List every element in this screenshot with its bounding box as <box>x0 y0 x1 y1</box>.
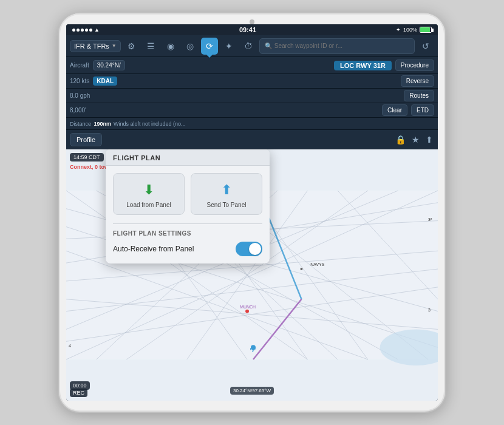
auto-receive-label: Auto-Receive from Panel <box>113 245 194 253</box>
clear-btn[interactable]: Clear <box>382 104 407 116</box>
distance-value: 190nm <box>94 121 111 127</box>
airport-code: KDAL <box>93 76 117 86</box>
toolbar: IFR & TFRs ▼ ⚙ ☰ ◉ ◎ ⟳ ✦ ⏱ <box>66 35 438 57</box>
gear-icon: ⚙ <box>128 41 135 51</box>
distance-note: Winds aloft not included (no... <box>114 121 186 127</box>
aircraft-label: Aircraft <box>70 62 89 69</box>
popup-divider <box>113 223 262 224</box>
load-icon: ⬇ <box>143 182 154 198</box>
info-row-2: 120 kts KDAL Reverse <box>66 74 438 89</box>
altitude-label: 8,000' <box>70 107 86 114</box>
refresh-icon: ↺ <box>422 41 429 51</box>
search-box[interactable]: 🔍 <box>259 38 415 54</box>
time-badge: 14:59 CDT <box>70 153 104 162</box>
coord-badge: 30.24°N/97.63°W <box>230 387 274 395</box>
flight-plan-popup: FLIGHT PLAN ⬇ Load from Panel ⬆ Send To … <box>106 149 270 264</box>
status-left: ▲ <box>72 27 100 33</box>
rotate-btn[interactable]: ◉ <box>162 38 179 55</box>
list-icon: ☰ <box>147 41 155 51</box>
info-row-4: 8,000' Clear ETD <box>66 103 438 118</box>
speed-label: 120 kts <box>70 78 89 84</box>
bluetooth-icon: ✦ <box>396 27 401 33</box>
status-right: ✦ 100% <box>396 27 432 33</box>
etd-btn[interactable]: ETD <box>411 104 434 116</box>
info-row-1: Aircraft 30.24°N/ LOC RWY 31R Procedure <box>66 57 438 74</box>
popup-buttons: ⬇ Load from Panel ⬆ Send To Panel <box>113 173 262 215</box>
popup-title: FLIGHT PLAN <box>113 154 262 162</box>
battery-fill <box>420 27 430 32</box>
layer-dropdown-label: IFR & TFRs <box>74 42 109 50</box>
action-bar: Profile 🔒 ★ ⬆ <box>66 130 438 149</box>
svg-text:MUNCH: MUNCH <box>240 305 256 309</box>
fuel-label: 8.0 gph <box>70 92 90 99</box>
popup-body: ⬇ Load from Panel ⬆ Send To Panel FLIGHT… <box>106 166 270 264</box>
send-to-panel-btn[interactable]: ⬆ Send To Panel <box>191 173 262 215</box>
ipad-frame: ▲ 09:41 ✦ 100% IFR & TFRs ▼ ⚙ ☰ <box>58 12 446 413</box>
aircraft-coord: 30.24°N/ <box>93 60 125 70</box>
svg-text:4: 4 <box>69 344 71 348</box>
battery-icon <box>420 27 432 33</box>
list-btn[interactable]: ☰ <box>143 38 160 55</box>
svg-text:NAVYS: NAVYS <box>310 262 324 267</box>
radio-icon: ◎ <box>186 41 194 51</box>
send-icon: ⬆ <box>221 182 232 198</box>
signal-dot-4 <box>85 29 88 32</box>
svg-point-28 <box>245 310 249 313</box>
radio-btn[interactable]: ◎ <box>182 38 199 55</box>
reverse-btn[interactable]: Reverse <box>401 75 434 87</box>
toggle-knob <box>249 243 261 255</box>
rotate-icon: ◉ <box>167 41 174 51</box>
svg-text:3: 3 <box>428 308 431 312</box>
distance-row: Distance 190nm Winds aloft not included … <box>66 118 438 130</box>
wifi-icon: ▲ <box>94 27 100 33</box>
load-from-panel-btn[interactable]: ⬇ Load from Panel <box>113 173 185 215</box>
search-input[interactable] <box>274 42 409 49</box>
signal-bars <box>72 29 92 32</box>
star-btn[interactable]: ✦ <box>220 38 237 55</box>
popup-header: FLIGHT PLAN <box>106 149 270 166</box>
svg-text:✈: ✈ <box>250 344 257 354</box>
signal-dot-1 <box>72 29 75 32</box>
timer-icon: ⏱ <box>244 41 253 51</box>
svg-point-27 <box>300 268 302 270</box>
active-btn[interactable]: ⟳ <box>201 38 218 55</box>
refresh-btn[interactable]: ↺ <box>417 38 434 55</box>
action-icons: 🔒 ★ ⬆ <box>394 134 434 146</box>
dropdown-arrow-icon: ▼ <box>112 43 117 49</box>
rec-badge: REC <box>70 389 87 397</box>
load-label: Load from Panel <box>126 202 171 208</box>
svg-text:3²: 3² <box>428 217 432 222</box>
settings-btn[interactable]: ⚙ <box>123 38 140 55</box>
search-icon: 🔍 <box>265 42 272 49</box>
battery-pct: 100% <box>403 27 417 33</box>
layer-dropdown[interactable]: IFR & TFRs ▼ <box>70 40 121 52</box>
map-area[interactable]: NAVYS MUNCH 4 3² 3 ✈ 14:59 CDT Connext, … <box>66 149 438 401</box>
star-action-icon[interactable]: ★ <box>410 134 421 146</box>
routes-btn[interactable]: Routes <box>404 90 434 101</box>
destination-label: LOC RWY 31R <box>334 61 392 70</box>
signal-dot-2 <box>77 29 80 32</box>
settings-title: FLIGHT PLAN SETTINGS <box>113 230 262 237</box>
send-label: Send To Panel <box>207 202 247 208</box>
screen: ▲ 09:41 ✦ 100% IFR & TFRs ▼ ⚙ ☰ <box>66 24 438 401</box>
status-bar: ▲ 09:41 ✦ 100% <box>66 24 438 35</box>
lock-icon[interactable]: 🔒 <box>394 134 407 146</box>
clock-icon: ⟳ <box>206 41 213 51</box>
timer-btn[interactable]: ⏱ <box>240 38 257 55</box>
ipad-camera <box>250 19 254 24</box>
signal-dot-5 <box>89 29 92 32</box>
auto-receive-toggle[interactable] <box>236 242 262 256</box>
setting-row: Auto-Receive from Panel <box>113 242 262 256</box>
signal-dot-3 <box>81 29 84 32</box>
procedure-btn[interactable]: Procedure <box>395 59 434 71</box>
info-row-3: 8.0 gph Routes <box>66 89 438 103</box>
share-icon[interactable]: ⬆ <box>424 134 434 146</box>
status-time: 09:41 <box>239 26 256 33</box>
distance-label: Distance <box>70 121 91 127</box>
profile-btn[interactable]: Profile <box>70 133 102 146</box>
star-icon: ✦ <box>225 41 233 51</box>
action-btn-group: Profile <box>70 133 102 146</box>
